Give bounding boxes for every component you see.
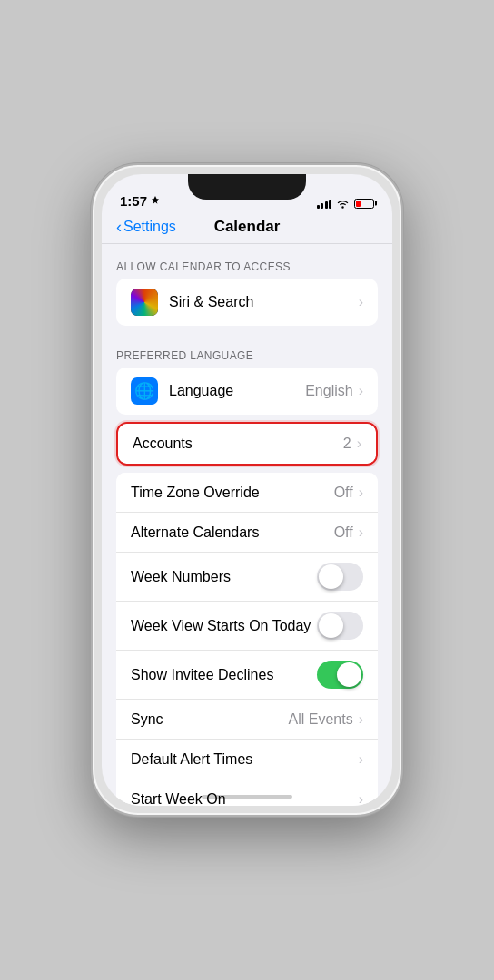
siri-search-item[interactable]: Siri & Search › — [116, 279, 378, 326]
accounts-label: Accounts — [133, 436, 343, 452]
alternate-calendars-label: Alternate Calendars — [131, 524, 334, 541]
settings-group: Time Zone Override Off › Alternate Calen… — [116, 473, 378, 806]
status-icons — [317, 198, 375, 209]
section-header-language: PREFERRED LANGUAGE — [102, 333, 392, 368]
week-view-starts-on-today-label: Week View Starts On Today — [131, 618, 317, 634]
home-indicator — [202, 795, 292, 799]
accounts-group: Accounts 2 › — [116, 422, 378, 466]
default-alert-times-chevron: › — [359, 752, 363, 767]
sync-chevron: › — [359, 712, 363, 727]
week-view-starts-on-today-toggle[interactable] — [317, 612, 363, 640]
week-numbers-toggle[interactable] — [317, 563, 363, 591]
wifi-icon — [336, 198, 350, 209]
battery-icon — [354, 199, 374, 209]
notch — [188, 174, 306, 200]
timezone-override-chevron: › — [359, 485, 363, 500]
language-chevron: › — [359, 384, 363, 398]
alternate-calendars-item[interactable]: Alternate Calendars Off › — [116, 513, 378, 553]
status-time: 1:57 — [120, 193, 161, 209]
timezone-override-value: Off — [334, 485, 353, 501]
sync-item[interactable]: Sync All Events › — [116, 700, 378, 740]
nav-bar: ‹ Settings Calendar — [102, 214, 392, 244]
accounts-value: 2 — [343, 436, 351, 452]
allow-access-group: Siri & Search › — [116, 279, 378, 326]
section-header-allow-access: ALLOW CALENDAR TO ACCESS — [102, 244, 392, 279]
default-alert-times-item[interactable]: Default Alert Times › — [116, 740, 378, 779]
show-invitee-declines-toggle[interactable] — [317, 661, 363, 689]
start-week-on-item[interactable]: Start Week On › — [116, 779, 378, 806]
accounts-item[interactable]: Accounts 2 › — [118, 424, 376, 464]
back-chevron-icon: ‹ — [116, 219, 122, 235]
siri-icon — [131, 289, 158, 316]
siri-search-chevron: › — [359, 295, 363, 309]
accounts-chevron: › — [357, 436, 361, 451]
alternate-calendars-value: Off — [334, 524, 353, 541]
timezone-override-label: Time Zone Override — [131, 485, 334, 501]
language-group: 🌐 Language English › — [116, 368, 378, 415]
back-label: Settings — [124, 219, 176, 235]
page-title: Calendar — [214, 218, 281, 236]
alternate-calendars-chevron: › — [359, 525, 363, 540]
signal-icon — [317, 198, 332, 209]
phone-frame: 1:57 — [91, 163, 403, 817]
settings-content: ALLOW CALENDAR TO ACCESS Siri & Search ›… — [102, 244, 392, 806]
week-numbers-item[interactable]: Week Numbers — [116, 553, 378, 602]
language-label: Language — [169, 383, 305, 399]
back-button[interactable]: ‹ Settings — [116, 219, 176, 235]
default-alert-times-label: Default Alert Times — [131, 751, 359, 768]
week-numbers-label: Week Numbers — [131, 569, 317, 585]
show-invitee-declines-item[interactable]: Show Invitee Declines — [116, 651, 378, 700]
week-view-starts-on-today-item[interactable]: Week View Starts On Today — [116, 602, 378, 651]
language-icon: 🌐 — [131, 377, 158, 405]
start-week-on-chevron: › — [359, 792, 363, 807]
language-value: English — [305, 383, 352, 399]
show-invitee-declines-label: Show Invitee Declines — [131, 667, 317, 683]
language-item[interactable]: 🌐 Language English › — [116, 368, 378, 415]
timezone-override-item[interactable]: Time Zone Override Off › — [116, 473, 378, 513]
phone-screen: 1:57 — [102, 174, 392, 806]
siri-search-label: Siri & Search — [169, 294, 359, 310]
sync-label: Sync — [131, 711, 289, 728]
sync-value: All Events — [289, 711, 353, 728]
